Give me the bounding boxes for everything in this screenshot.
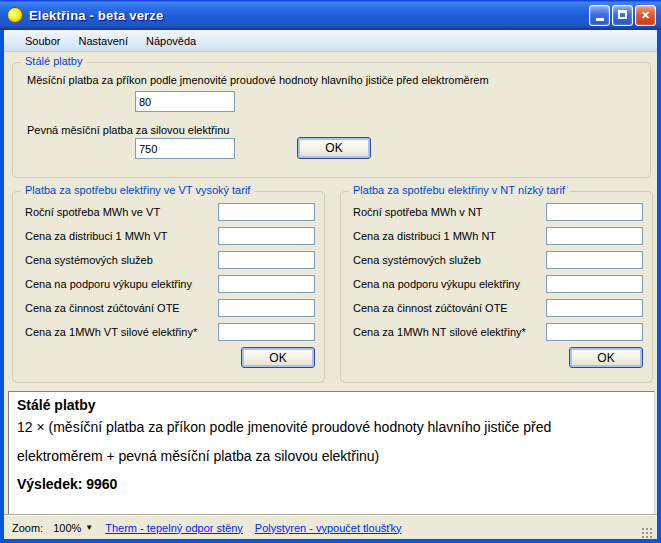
result-formula-line-1: 12 × (měsíční platba za příkon podle jme…	[17, 413, 646, 442]
nt-consumption-label: Roční spotřeba MWh v NT	[353, 206, 483, 218]
result-total: Výsledek: 9960	[17, 471, 646, 497]
group-nt-tariff: Platba za spotřebu elektřiny v NT nízký …	[340, 191, 653, 383]
nt-consumption-input[interactable]	[546, 203, 643, 221]
fixed-payments-ok-button[interactable]: OK	[297, 137, 371, 159]
minimize-button[interactable]	[589, 5, 610, 26]
nt-footer: OK	[341, 347, 643, 368]
nt-distribution-label: Cena za distribuci 1 MWh NT	[353, 230, 496, 242]
vt-row-support: Cena na podporu výkupu elektřiny	[25, 275, 315, 293]
app-icon	[7, 7, 23, 23]
nt-ote-label: Cena za činnost zúčtování OTE	[353, 302, 508, 314]
vt-ok-button[interactable]: OK	[241, 347, 315, 368]
nt-power-price-label: Cena za 1MWh NT silové elektřiny*	[353, 326, 526, 338]
titlebar[interactable]: Elektřina - beta verze ✕	[0, 0, 661, 30]
menu-nastaveni[interactable]: Nastavení	[69, 32, 137, 50]
nt-row-system-services: Cena systémových služeb	[353, 251, 643, 269]
vt-power-price-input[interactable]	[218, 323, 315, 341]
close-button[interactable]: ✕	[635, 5, 656, 26]
maximize-button[interactable]	[612, 5, 633, 26]
nt-row-power-price: Cena za 1MWh NT silové elektřiny*	[353, 323, 643, 341]
app-window: Elektřina - beta verze ✕ Soubor Nastaven…	[0, 0, 661, 543]
zoom-dropdown-arrow-icon[interactable]: ▼	[85, 523, 93, 532]
nt-support-label: Cena na podporu výkupu elektřiny	[353, 278, 520, 290]
nt-row-ote: Cena za činnost zúčtování OTE	[353, 299, 643, 317]
result-heading: Stálé platby	[17, 397, 646, 413]
nt-system-services-input[interactable]	[546, 251, 643, 269]
vt-row-distribution: Cena za distribuci 1 MWh VT	[25, 227, 315, 245]
group-fixed-payments: Stálé platby Měsíční platba za příkon po…	[12, 62, 651, 178]
fixed-monthly-payment-label: Pevná měsíční platba za silovou elektřin…	[27, 124, 229, 136]
menu-soubor[interactable]: Soubor	[16, 32, 69, 50]
vt-ote-label: Cena za činnost zúčtování OTE	[25, 302, 180, 314]
nt-ote-input[interactable]	[546, 299, 643, 317]
nt-row-distribution: Cena za distribuci 1 MWh NT	[353, 227, 643, 245]
client-area: Stálé platby Měsíční platba za příkon po…	[4, 52, 657, 515]
group-nt-tariff-title: Platba za spotřebu elektřiny v NT nízký …	[349, 184, 569, 196]
nt-power-price-input[interactable]	[546, 323, 643, 341]
vt-support-label: Cena na podporu výkupu elektřiny	[25, 278, 192, 290]
nt-row-support: Cena na podporu výkupu elektřiny	[353, 275, 643, 293]
group-vt-tariff: Platba za spotřebu elektřiny ve VT vysok…	[12, 191, 325, 383]
fixed-monthly-payment-input[interactable]	[135, 138, 235, 159]
therm-link[interactable]: Therm - tepelný odpor stěny	[105, 522, 243, 534]
vt-power-price-label: Cena za 1MWh VT silové elektřiny*	[25, 326, 197, 338]
resize-grip[interactable]	[640, 526, 653, 539]
vt-distribution-input[interactable]	[218, 227, 315, 245]
vt-footer: OK	[13, 347, 315, 368]
vt-row-system-services: Cena systémových služeb	[25, 251, 315, 269]
menu-napoveda[interactable]: Nápověda	[137, 32, 205, 50]
tariff-groups: Platba za spotřebu elektřiny ve VT vysok…	[12, 191, 653, 383]
vt-distribution-label: Cena za distribuci 1 MWh VT	[25, 230, 167, 242]
vt-system-services-label: Cena systémových služeb	[25, 254, 153, 266]
vt-row-consumption: Roční spotřeba MWh ve VT	[25, 203, 315, 221]
group-fixed-payments-title: Stálé platby	[21, 55, 86, 67]
vt-row-power-price: Cena za 1MWh VT silové elektřiny*	[25, 323, 315, 341]
status-bar: Zoom: 100% ▼ Therm - tepelný odpor stěny…	[4, 515, 657, 539]
zoom-value[interactable]: 100%	[53, 522, 81, 534]
nt-distribution-input[interactable]	[546, 227, 643, 245]
window-title: Elektřina - beta verze	[29, 8, 589, 23]
zoom-label: Zoom:	[12, 522, 43, 534]
window-controls: ✕	[589, 5, 656, 26]
window-frame: Soubor Nastavení Nápověda Stálé platby M…	[0, 30, 661, 543]
nt-support-input[interactable]	[546, 275, 643, 293]
menu-bar: Soubor Nastavení Nápověda	[4, 30, 657, 52]
group-vt-tariff-title: Platba za spotřebu elektřiny ve VT vysok…	[21, 184, 254, 196]
result-panel: Stálé platby 12 × (měsíční platba za pří…	[8, 391, 655, 515]
vt-consumption-label: Roční spotřeba MWh ve VT	[25, 206, 160, 218]
monthly-capacity-payment-label: Měsíční platba za příkon podle jmenovité…	[27, 74, 489, 86]
nt-row-consumption: Roční spotřeba MWh v NT	[353, 203, 643, 221]
result-formula-line-2: elektroměrem + pevná měsíční platba za s…	[17, 442, 646, 471]
vt-system-services-input[interactable]	[218, 251, 315, 269]
vt-ote-input[interactable]	[218, 299, 315, 317]
vt-row-ote: Cena za činnost zúčtování OTE	[25, 299, 315, 317]
polystyren-link[interactable]: Polystyren - vypoučet tloušťky	[255, 522, 402, 534]
nt-ok-button[interactable]: OK	[569, 347, 643, 368]
monthly-capacity-payment-input[interactable]	[135, 91, 235, 112]
vt-consumption-input[interactable]	[218, 203, 315, 221]
nt-system-services-label: Cena systémových služeb	[353, 254, 481, 266]
vt-support-input[interactable]	[218, 275, 315, 293]
